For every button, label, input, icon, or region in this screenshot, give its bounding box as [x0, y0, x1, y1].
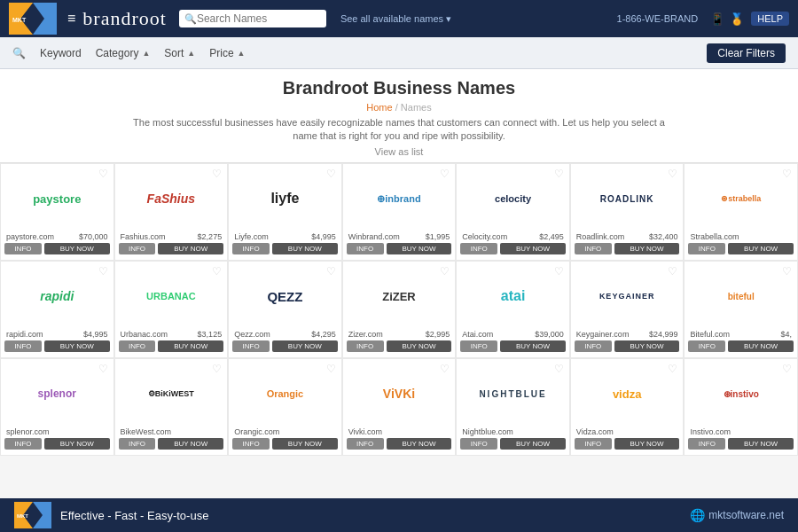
name-card: ♡liyfeLiyfe.com$4,995INFOBUY NOW [228, 163, 342, 261]
card-bottom: Celocity.com$2,495INFOBUY NOW [460, 232, 566, 254]
sort-filter[interactable]: Sort ▲ [164, 47, 195, 59]
info-button[interactable]: INFO [4, 340, 42, 352]
info-button[interactable]: INFO [347, 340, 384, 352]
info-button[interactable]: INFO [688, 243, 725, 254]
card-actions: INFOBUY NOW [4, 438, 110, 450]
logo-area: FaShius [119, 169, 224, 229]
info-button[interactable]: INFO [232, 340, 270, 352]
keyword-filter[interactable]: Keyword [40, 47, 82, 59]
buy-now-button[interactable]: BUY NOW [614, 243, 680, 254]
card-actions: INFOBUY NOW [4, 340, 110, 352]
logo-text: celocity [495, 193, 531, 204]
domain-name: Vidza.com [576, 427, 614, 436]
domain-price: Qezz.com$4,295 [232, 330, 338, 339]
price-label: $24,999 [649, 330, 678, 339]
favorite-icon[interactable]: ♡ [782, 265, 792, 278]
price-label: Price [209, 47, 233, 59]
buy-now-button[interactable]: BUY NOW [728, 340, 794, 352]
domain-name: Atai.com [462, 330, 493, 339]
buy-now-button[interactable]: BUY NOW [387, 340, 452, 352]
favorite-icon[interactable]: ♡ [554, 168, 564, 180]
category-filter[interactable]: Category ▲ [96, 47, 151, 59]
search-input[interactable] [197, 12, 321, 25]
info-button[interactable]: INFO [232, 438, 270, 450]
info-button[interactable]: INFO [119, 340, 156, 352]
card-bottom: Instivo.comINFOBUY NOW [688, 427, 794, 450]
info-button[interactable]: INFO [688, 340, 725, 352]
favorite-icon[interactable]: ♡ [326, 168, 336, 180]
help-button[interactable]: HELP [751, 12, 789, 26]
info-button[interactable]: INFO [232, 243, 270, 254]
favorite-icon[interactable]: ♡ [98, 363, 108, 375]
buy-now-button[interactable]: BUY NOW [272, 438, 338, 450]
logo-area: NIGHTBLUE [460, 364, 566, 424]
info-button[interactable]: INFO [688, 438, 725, 450]
domain-price: Keygainer.com$24,999 [575, 330, 680, 339]
name-card: ♡⊛strabellaStrabella.comINFOBUY NOW [684, 163, 798, 261]
buy-now-button[interactable]: BUY NOW [272, 340, 338, 352]
domain-price: Vidza.com [575, 427, 680, 436]
favorite-icon[interactable]: ♡ [212, 168, 222, 180]
favorite-icon[interactable]: ♡ [98, 265, 108, 278]
info-button[interactable]: INFO [347, 243, 384, 254]
favorite-icon[interactable]: ♡ [326, 363, 336, 375]
info-button[interactable]: INFO [575, 243, 612, 254]
info-button[interactable]: INFO [4, 243, 42, 254]
hamburger-icon[interactable]: ≡ [67, 11, 75, 27]
footer-website[interactable]: 🌐 mktsoftware.net [690, 508, 784, 522]
page-subtitle: The most successful businesses have easi… [133, 116, 665, 144]
price-label: $32,400 [649, 232, 678, 241]
domain-name: Roadlink.com [576, 232, 625, 241]
favorite-icon[interactable]: ♡ [668, 363, 677, 375]
clear-filters-button[interactable]: Clear Filters [707, 43, 786, 63]
info-button[interactable]: INFO [460, 243, 497, 254]
favorite-icon[interactable]: ♡ [212, 363, 222, 375]
price-filter[interactable]: Price ▲ [209, 47, 245, 59]
favorite-icon[interactable]: ♡ [440, 363, 450, 375]
favorite-icon[interactable]: ♡ [782, 363, 792, 375]
info-button[interactable]: INFO [119, 243, 156, 254]
card-actions: INFOBUY NOW [688, 243, 794, 254]
favorite-icon[interactable]: ♡ [440, 168, 450, 180]
breadcrumb-home-link[interactable]: Home [366, 102, 392, 113]
favorite-icon[interactable]: ♡ [554, 265, 564, 278]
logo-text: ViVKi [383, 387, 415, 401]
search-bar[interactable]: 🔍 [179, 10, 326, 27]
favorite-icon[interactable]: ♡ [668, 265, 677, 278]
buy-now-button[interactable]: BUY NOW [44, 340, 110, 352]
buy-now-button[interactable]: BUY NOW [387, 438, 452, 450]
info-button[interactable]: INFO [575, 438, 612, 450]
info-button[interactable]: INFO [119, 438, 156, 450]
favorite-icon[interactable]: ♡ [212, 265, 222, 278]
see-all-names-button[interactable]: See all available names ▾ [340, 13, 451, 25]
buy-now-button[interactable]: BUY NOW [44, 438, 110, 450]
buy-now-button[interactable]: BUY NOW [614, 438, 680, 450]
buy-now-button[interactable]: BUY NOW [272, 243, 338, 254]
buy-now-button[interactable]: BUY NOW [728, 243, 794, 254]
buy-now-button[interactable]: BUY NOW [614, 340, 680, 352]
card-bottom: Nightblue.comINFOBUY NOW [460, 427, 566, 450]
buy-now-button[interactable]: BUY NOW [158, 243, 223, 254]
info-button[interactable]: INFO [460, 340, 497, 352]
domain-price: Roadlink.com$32,400 [575, 232, 680, 241]
buy-now-button[interactable]: BUY NOW [500, 340, 566, 352]
favorite-icon[interactable]: ♡ [668, 168, 677, 180]
logo-text: splenor [38, 387, 76, 400]
buy-now-button[interactable]: BUY NOW [158, 438, 223, 450]
buy-now-button[interactable]: BUY NOW [728, 438, 794, 450]
buy-now-button[interactable]: BUY NOW [44, 243, 110, 254]
favorite-icon[interactable]: ♡ [326, 265, 336, 278]
info-button[interactable]: INFO [347, 438, 384, 450]
favorite-icon[interactable]: ♡ [440, 265, 450, 278]
info-button[interactable]: INFO [460, 438, 497, 450]
buy-now-button[interactable]: BUY NOW [500, 438, 566, 450]
info-button[interactable]: INFO [4, 438, 42, 450]
buy-now-button[interactable]: BUY NOW [500, 243, 566, 254]
buy-now-button[interactable]: BUY NOW [158, 340, 223, 352]
favorite-icon[interactable]: ♡ [98, 168, 108, 180]
info-button[interactable]: INFO [575, 340, 612, 352]
view-as-list-link[interactable]: View as list [18, 146, 780, 157]
favorite-icon[interactable]: ♡ [782, 168, 792, 180]
favorite-icon[interactable]: ♡ [554, 363, 564, 375]
buy-now-button[interactable]: BUY NOW [387, 243, 452, 254]
